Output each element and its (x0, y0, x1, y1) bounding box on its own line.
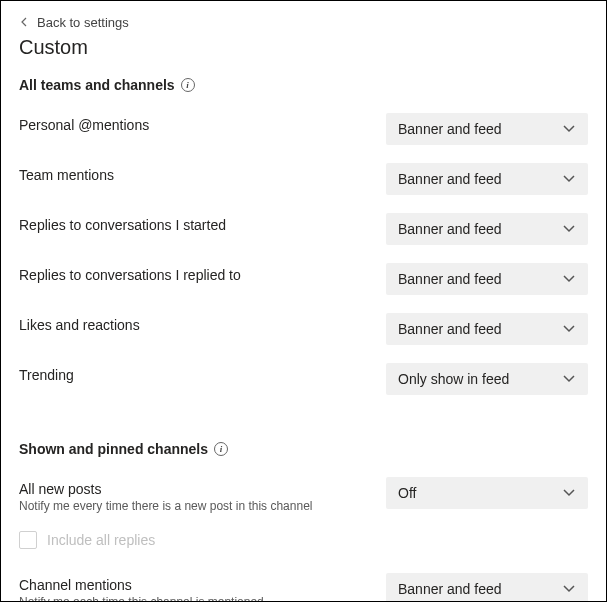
chevron-down-icon (562, 321, 576, 338)
chevron-down-icon (562, 485, 576, 502)
select-all-new-posts[interactable]: Off (386, 477, 588, 509)
row-personal-mentions: Personal @mentions Banner and feed (19, 113, 588, 145)
label: Replies to conversations I started (19, 217, 374, 233)
select-value: Banner and feed (398, 221, 502, 237)
select-trending[interactable]: Only show in feed (386, 363, 588, 395)
chevron-left-icon (19, 15, 29, 30)
select-personal-mentions[interactable]: Banner and feed (386, 113, 588, 145)
chevron-down-icon (562, 221, 576, 238)
section1-label: All teams and channels (19, 77, 175, 93)
select-value: Banner and feed (398, 321, 502, 337)
row-likes-reactions: Likes and reactions Banner and feed (19, 313, 588, 345)
chevron-down-icon (562, 371, 576, 388)
label: Replies to conversations I replied to (19, 267, 374, 283)
select-value: Banner and feed (398, 271, 502, 287)
label: All new posts (19, 481, 374, 497)
chevron-down-icon (562, 271, 576, 288)
select-value: Only show in feed (398, 371, 509, 387)
label: Personal @mentions (19, 117, 374, 133)
select-replies-started[interactable]: Banner and feed (386, 213, 588, 245)
label: Likes and reactions (19, 317, 374, 333)
checkbox-label: Include all replies (47, 532, 155, 548)
label: Team mentions (19, 167, 374, 183)
checkbox-icon (19, 531, 37, 549)
chevron-down-icon (562, 121, 576, 138)
section2-label: Shown and pinned channels (19, 441, 208, 457)
row-replies-started: Replies to conversations I started Banne… (19, 213, 588, 245)
select-value: Banner and feed (398, 171, 502, 187)
description: Notify me every time there is a new post… (19, 499, 374, 513)
page-title: Custom (19, 36, 588, 59)
row-all-new-posts: All new posts Notify me every time there… (19, 477, 588, 513)
select-value: Banner and feed (398, 121, 502, 137)
row-replies-replied: Replies to conversations I replied to Ba… (19, 263, 588, 295)
row-team-mentions: Team mentions Banner and feed (19, 163, 588, 195)
select-replies-replied[interactable]: Banner and feed (386, 263, 588, 295)
row-channel-mentions: Channel mentions Notify me each time thi… (19, 573, 588, 602)
description: Notify me each time this channel is ment… (19, 595, 374, 602)
select-value: Banner and feed (398, 581, 502, 597)
row-trending: Trending Only show in feed (19, 363, 588, 395)
select-likes-reactions[interactable]: Banner and feed (386, 313, 588, 345)
select-team-mentions[interactable]: Banner and feed (386, 163, 588, 195)
select-value: Off (398, 485, 416, 501)
back-label: Back to settings (37, 15, 129, 30)
label: Trending (19, 367, 374, 383)
info-icon[interactable]: i (181, 78, 195, 92)
back-to-settings-link[interactable]: Back to settings (19, 15, 588, 30)
chevron-down-icon (562, 581, 576, 598)
include-all-replies-checkbox: Include all replies (19, 531, 588, 549)
section-all-teams-title: All teams and channels i (19, 77, 588, 93)
info-icon[interactable]: i (214, 442, 228, 456)
select-channel-mentions[interactable]: Banner and feed (386, 573, 588, 602)
section-shown-pinned-title: Shown and pinned channels i (19, 441, 588, 457)
label: Channel mentions (19, 577, 374, 593)
chevron-down-icon (562, 171, 576, 188)
